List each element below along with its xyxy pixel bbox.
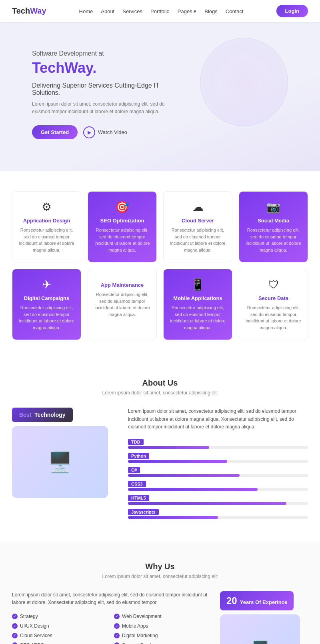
skill-label: C# xyxy=(128,467,140,473)
service-icon-mobile: 📱 xyxy=(170,278,226,291)
nav-portfolio[interactable]: Portfolio xyxy=(150,8,170,14)
service-card-secure[interactable]: 🛡 Secure Data Ronsectetur adipiscing eli… xyxy=(239,269,308,340)
service-card-mobile[interactable]: 📱 Mobile Applications Ronsectetur adipis… xyxy=(163,269,232,340)
whyus-list: ✓ Strategy ✓ Web Development ✓ UI/UX Des… xyxy=(12,614,208,644)
whyus-left: Lorem ipsum dolor sit amet, consectetur … xyxy=(12,591,208,644)
logo: TechWay xyxy=(12,6,46,16)
skill-bar-fill xyxy=(128,516,218,519)
years-number: 20 xyxy=(226,595,237,606)
best-label: Best xyxy=(19,412,31,418)
get-started-button[interactable]: Get Started xyxy=(32,125,78,139)
nav-contact[interactable]: Contact xyxy=(226,8,244,14)
whyus-item-label: Mobile Apps xyxy=(122,623,148,629)
skill-bar-fill xyxy=(128,474,240,477)
about-image-area: Best Technology 🖥️ xyxy=(12,408,116,498)
years-label: Years Of Experince xyxy=(240,599,288,605)
service-title-seo: SEO Optimization xyxy=(94,218,150,224)
whyus-section: Why Us Lorem ipsum dolor sit amet, conse… xyxy=(0,542,320,644)
skill-label: Javascripts xyxy=(128,509,159,515)
whyus-item: ✓ Digital Marketing xyxy=(114,633,208,638)
skill-css3: CSS3 xyxy=(128,480,308,491)
service-card-cloud[interactable]: ☁ Cloud Server Ronsectetur adipiscing el… xyxy=(163,191,232,262)
about-section: About Us Lorem ipsum dolor sit amet, con… xyxy=(0,358,320,542)
services-grid-bottom: ✈ Digital Campaigns Ronsectetur adipisci… xyxy=(12,269,308,340)
whyus-item-label: Cloud Services xyxy=(20,633,52,638)
about-title: About Us xyxy=(12,378,308,388)
hero-description: Lorem ipsum dolor sit amet, consectetur … xyxy=(32,100,176,116)
best-tech-badge: Best Technology xyxy=(12,408,73,422)
whyus-content: Lorem ipsum dolor sit amet, consectetur … xyxy=(12,591,308,644)
play-icon: ▶ xyxy=(83,126,95,138)
skill-bar-bg xyxy=(128,516,308,519)
nav-pages[interactable]: Pages ▾ xyxy=(178,8,196,14)
skills-container: TDD Python C# CSS3 HTML5 Javascripts xyxy=(128,438,308,519)
whyus-paragraph: Lorem ipsum dolor sit amet, consectetur … xyxy=(12,591,208,606)
skill-html5: HTML5 xyxy=(128,494,308,505)
service-desc-secure: Ronsectetur adipiscing elit, sed do eius… xyxy=(246,304,301,331)
whyus-dot: ✓ xyxy=(12,623,18,629)
whyus-dot: ✓ xyxy=(12,642,18,644)
skill-bar-fill xyxy=(128,446,209,449)
services-section: ⚙ Application Design Ronsectetur adipisc… xyxy=(0,171,320,358)
service-desc-cloud: Ronsectetur adipiscing elit, sed do eius… xyxy=(170,227,226,253)
service-title-secure: Secure Data xyxy=(246,295,301,301)
service-icon-cloud: ☁ xyxy=(170,200,226,214)
nav-links: Home About Services Portfolio Pages ▾ Bl… xyxy=(79,8,244,15)
nav-blogs[interactable]: Blogs xyxy=(204,8,218,14)
skill-bar-fill xyxy=(128,460,227,463)
nav-home[interactable]: Home xyxy=(79,8,93,14)
hero-tagline: Delivering Superior Services Cutting-Edg… xyxy=(32,82,184,96)
service-card-social[interactable]: 📷 Social Media Ronsectetur adipiscing el… xyxy=(239,191,308,262)
whyus-title: Why Us xyxy=(12,562,308,571)
nav-services[interactable]: Services xyxy=(122,8,142,14)
service-desc-digital: Ronsectetur adipiscing elit, sed do eius… xyxy=(19,304,74,331)
about-illustration: 🖥️ xyxy=(12,426,108,498)
service-card-app-maint[interactable]: App Maintenance Ronsectetur adipiscing e… xyxy=(88,269,157,340)
whyus-item-label: Strategy xyxy=(20,614,38,619)
skill-label: CSS3 xyxy=(128,481,146,487)
hero-decoration xyxy=(200,38,288,126)
service-title-digital: Digital Campaigns xyxy=(19,295,74,301)
whyus-dot: ✓ xyxy=(114,633,120,638)
service-desc-app-maint: Ronsectetur adipiscing elit, sed do eius… xyxy=(94,291,150,318)
whyus-item: ✓ Mobile Apps xyxy=(114,623,208,629)
skill-python: Python xyxy=(128,452,308,463)
whyus-dot: ✓ xyxy=(12,633,18,638)
whyus-item: ✓ Strategy xyxy=(12,614,106,619)
watch-video-label: Watch Video xyxy=(98,129,127,135)
whyus-item-label: Digital Marketing xyxy=(122,633,158,638)
service-desc-mobile: Ronsectetur adipiscing elit, sed do eius… xyxy=(170,304,226,331)
service-card-digital[interactable]: ✈ Digital Campaigns Ronsectetur adipisci… xyxy=(12,269,81,340)
skill-bar-bg xyxy=(128,474,308,477)
service-desc-seo: Ronsectetur adipiscing elit, sed do eius… xyxy=(94,227,150,253)
about-subtitle: Lorem ipsum dolor sit amet, consectetur … xyxy=(12,390,308,396)
skill-bar-bg xyxy=(128,446,308,449)
service-icon-social: 📷 xyxy=(246,200,301,214)
whyus-item-label: Web Development xyxy=(122,614,162,619)
whyus-item: ✓ SEO / PPC xyxy=(12,642,106,644)
service-title-social: Social Media xyxy=(246,218,301,224)
whyus-subtitle: Lorem ipsum dolor sit amet, consectetur … xyxy=(12,574,308,579)
service-title-app-maint: App Maintenance xyxy=(94,282,150,288)
whyus-dot: ✓ xyxy=(114,614,120,619)
skill-bar-bg xyxy=(128,502,308,505)
skill-label: TDD xyxy=(128,439,144,445)
service-desc-social: Ronsectetur adipiscing elit, sed do eius… xyxy=(246,227,301,253)
services-grid-top: ⚙ Application Design Ronsectetur adipisc… xyxy=(12,191,308,262)
nav-about[interactable]: About xyxy=(101,8,114,14)
service-title-app-design: Application Design xyxy=(19,218,74,224)
service-desc-app-design: Ronsectetur adipiscing elit, sed do eius… xyxy=(19,227,74,253)
whyus-item: ✓ UI/UX Design xyxy=(12,623,106,629)
service-card-app-design[interactable]: ⚙ Application Design Ronsectetur adipisc… xyxy=(12,191,81,262)
service-title-mobile: Mobile Applications xyxy=(170,295,226,301)
years-badge: 20 Years Of Experince xyxy=(220,591,294,610)
skill-label: HTML5 xyxy=(128,495,149,501)
skill-bar-fill xyxy=(128,502,286,505)
whyus-item-label: UI/UX Design xyxy=(20,623,49,629)
service-card-seo[interactable]: 🎯 SEO Optimization Ronsectetur adipiscin… xyxy=(88,191,157,262)
skill-c#: C# xyxy=(128,466,308,477)
skill-bar-bg xyxy=(128,488,308,491)
watch-video-button[interactable]: ▶ Watch Video xyxy=(83,126,127,138)
login-button[interactable]: Login xyxy=(276,5,308,17)
whyus-item: ✓ Cloud Services xyxy=(12,633,106,638)
